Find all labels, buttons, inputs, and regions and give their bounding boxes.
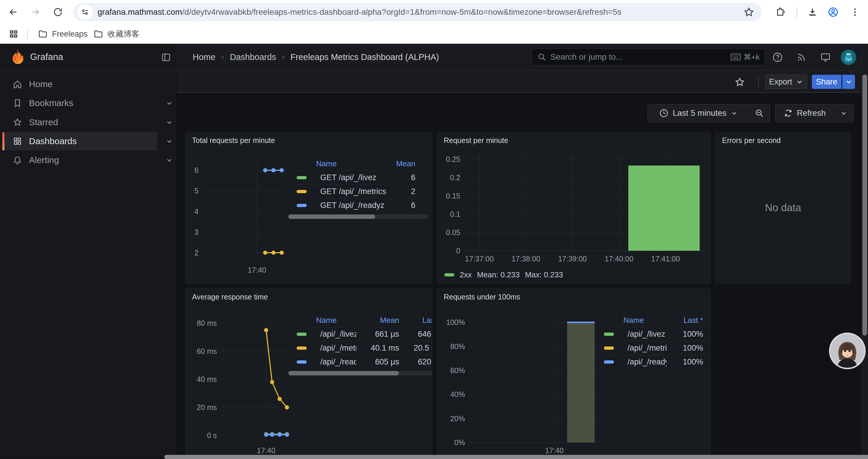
bar-chart[interactable]: 0%20%40%60%80%100%17:40 (440, 314, 606, 459)
sidebar-item-label: Starred (29, 117, 58, 127)
bookmark-folder-freeleaps[interactable]: Freeleaps (33, 27, 92, 41)
svg-text:17:40: 17:40 (257, 446, 276, 455)
chevron-down-icon[interactable] (165, 99, 174, 107)
search-placeholder: Search or jump to... (550, 52, 731, 62)
panel-title[interactable]: Request per minute (444, 136, 508, 145)
table-row[interactable]: /api/_/readyz605 µs620 µs (288, 355, 432, 369)
svg-text:5: 5 (194, 187, 198, 195)
share-button[interactable]: Share (812, 75, 841, 89)
browser-menu-icon[interactable] (847, 4, 863, 21)
bar-chart[interactable]: 00.050.10.150.20.2517:37:0017:38:0017:39… (440, 150, 708, 270)
legend-mean: Mean: 0.233 (477, 270, 520, 280)
sidebar-item-label: Alerting (29, 155, 59, 165)
site-settings-icon[interactable] (78, 4, 93, 20)
table-row[interactable]: GET /api/_/metrics2 (288, 184, 428, 198)
table-row[interactable]: /api/_/readyz100% (596, 355, 708, 369)
refresh-button[interactable]: Refresh (775, 104, 834, 122)
downloads-icon[interactable] (804, 4, 821, 21)
timeseries-chart[interactable]: 0 s20 ms40 ms60 ms80 ms17:40 (188, 314, 294, 459)
apps-grid-icon[interactable] (8, 29, 19, 39)
magnifier-minus-icon (754, 108, 764, 118)
table-row[interactable]: /api/_/metrics100% (596, 341, 708, 355)
table-scrollbar[interactable] (288, 371, 432, 375)
no-data-message: No data (716, 202, 850, 214)
bookmark-label: 收藏博客 (107, 29, 140, 39)
sidebar-item-dashboards[interactable]: Dashboards (2, 132, 157, 150)
col-header[interactable]: Last * (399, 316, 432, 325)
table-scrollbar[interactable] (288, 215, 428, 219)
chevron-down-icon[interactable] (165, 156, 174, 165)
table-scrollbar-thumb[interactable] (288, 371, 399, 375)
search-input[interactable]: Search or jump to... ⌘+k (532, 48, 765, 66)
url-text: grafana.mathmast.com/d/deytv4rwavabkb/fr… (97, 3, 621, 21)
series-swatch (297, 204, 307, 207)
panel-title[interactable]: Requests under 100ms (444, 293, 520, 301)
table-scrollbar-thumb[interactable] (288, 215, 375, 219)
back-icon[interactable] (5, 4, 22, 21)
bookmark-folder-blogs[interactable]: 收藏博客 (89, 27, 144, 41)
series-name: /api/_/livez (320, 330, 356, 339)
zoom-out-time-button[interactable] (749, 104, 770, 122)
table-row[interactable]: GET /api/_/readyz6 (288, 198, 428, 212)
grafana-logo-icon[interactable] (9, 48, 27, 66)
table-row[interactable]: /api/_/livez100% (596, 327, 708, 341)
chevron-down-icon[interactable] (165, 118, 174, 127)
bookmarks-divider (27, 29, 28, 39)
sidebar-item-bookmarks[interactable]: Bookmarks (2, 94, 157, 112)
extensions-icon[interactable] (773, 4, 789, 21)
series-value: 6 (393, 173, 428, 182)
kiosk-monitor-icon[interactable] (817, 49, 834, 66)
news-rss-icon[interactable] (793, 49, 809, 66)
chevron-down-icon[interactable] (165, 137, 174, 145)
breadcrumb-home[interactable]: Home (193, 52, 215, 62)
forward-icon[interactable] (27, 4, 44, 21)
horizontal-scrollbar-thumb[interactable] (164, 455, 868, 459)
dock-menu-toggle-icon[interactable] (161, 52, 172, 63)
breadcrumb-current: Freeleaps Metrics Dashboard (ALPHA) (290, 52, 439, 62)
user-avatar[interactable] (840, 49, 857, 65)
share-menu-button[interactable] (842, 75, 855, 89)
actions-divider (758, 76, 759, 88)
bookmark-star-icon[interactable] (743, 6, 754, 18)
col-header[interactable]: Mean (356, 316, 399, 325)
svg-text:2: 2 (194, 249, 198, 257)
export-button[interactable]: Export (765, 75, 807, 89)
col-header-name[interactable]: Name (288, 159, 393, 168)
legend-series[interactable]: 2xx (460, 270, 471, 280)
col-header-name[interactable]: Name (288, 316, 356, 325)
svg-text:0%: 0% (454, 438, 465, 447)
series-swatch (297, 176, 307, 179)
assistant-avatar-widget[interactable] (829, 333, 866, 369)
active-indicator (2, 132, 4, 150)
grafana-brand: Grafana (30, 52, 63, 62)
table-row[interactable]: GET /api/_/livez6 (288, 170, 428, 184)
breadcrumb-dashboards[interactable]: Dashboards (230, 52, 276, 62)
profile-icon[interactable] (825, 4, 841, 21)
chevron-down-icon (731, 109, 738, 117)
table-row[interactable]: /api/_/metrics40.1 ms20.5 ms (288, 341, 432, 355)
time-range-picker[interactable]: Last 5 minutes (648, 104, 749, 122)
url-bar[interactable]: grafana.mathmast.com/d/deytv4rwavabkb/fr… (73, 3, 762, 21)
svg-text:0: 0 (456, 247, 460, 255)
table-row[interactable]: /api/_/livez661 µs646 µs (288, 327, 432, 341)
timeseries-chart[interactable]: 2345617:40 (188, 157, 290, 278)
svg-text:17:39:00: 17:39:00 (558, 255, 587, 263)
col-header[interactable]: Last * (666, 316, 708, 325)
svg-text:0.05: 0.05 (446, 228, 460, 237)
sidebar-item-starred[interactable]: Starred (2, 113, 157, 131)
panel-title[interactable]: Total requests per minute (192, 136, 275, 145)
legend-swatch (444, 273, 454, 276)
col-header[interactable]: Mean (393, 159, 428, 168)
refresh-interval-button[interactable] (834, 104, 854, 122)
reload-icon[interactable] (50, 4, 66, 21)
sidebar-item-home[interactable]: Home (2, 75, 157, 93)
grafana-navbar: Grafana Home › Dashboards › Freeleaps Me… (0, 44, 868, 71)
sidebar-item-alerting[interactable]: Alerting (2, 151, 157, 169)
panel-title[interactable]: Average response time (192, 293, 268, 301)
panel-title[interactable]: Errors per second (722, 136, 781, 145)
help-icon[interactable] (769, 49, 786, 66)
col-header-name[interactable]: Name (596, 316, 666, 325)
vertical-scrollbar-thumb[interactable] (862, 74, 867, 335)
series-name: GET /api/_/readyz (320, 201, 393, 210)
favorite-star-icon[interactable] (735, 77, 745, 88)
